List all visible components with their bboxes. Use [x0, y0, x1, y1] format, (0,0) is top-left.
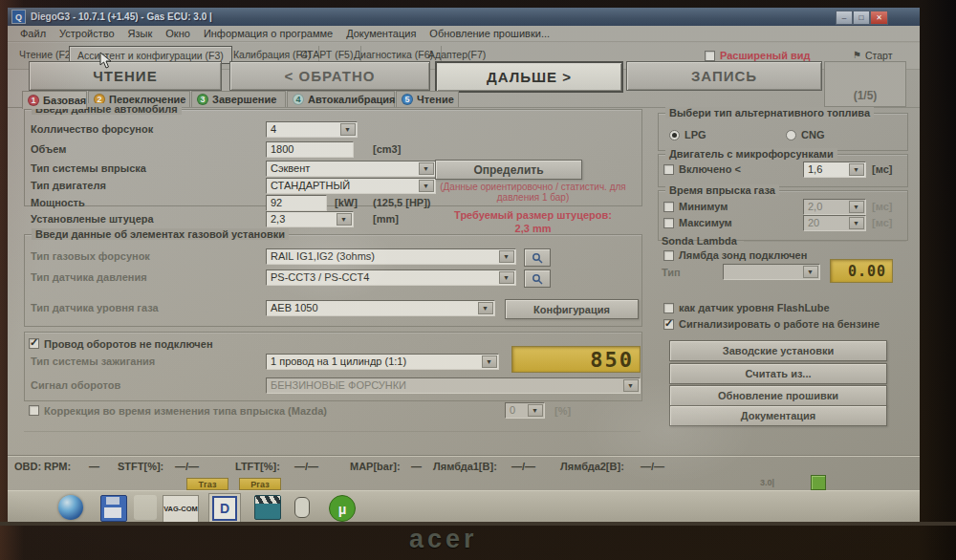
chevron-down-icon[interactable] — [499, 250, 514, 263]
min-time-dropdown[interactable]: 2,0 — [803, 199, 866, 215]
cng-radio[interactable] — [786, 130, 796, 140]
chevron-down-icon[interactable] — [849, 201, 864, 213]
injection-time-group: Время впрыска газа — [658, 190, 908, 241]
injectors-count-dropdown[interactable]: 4 — [266, 121, 358, 138]
step3-badge: 3 — [197, 94, 208, 105]
micro-injectors-group-title: Двигатель с микрофорсунками — [665, 148, 837, 160]
menu-firmware-update[interactable]: Обновление прошивки... — [423, 27, 556, 40]
maximize-button[interactable] — [853, 11, 870, 25]
rpm-signal-dropdown[interactable]: БЕНЗИНОВЫЕ ФОРСУНКИ — [266, 377, 641, 394]
faded-app-icon[interactable] — [134, 495, 157, 520]
petrol-alert-checkbox[interactable] — [663, 319, 674, 330]
step-tab-autocalibration[interactable]: 4 Автокалибрация — [287, 91, 395, 107]
injectors-label: Колличество форсунок — [31, 123, 153, 135]
nozzle-unit: [mm] — [373, 213, 399, 225]
chevron-down-icon[interactable] — [419, 162, 434, 175]
back-button[interactable]: < ОБРАТНО — [229, 61, 430, 91]
step-tab-reading[interactable]: 5 Чтение — [396, 91, 459, 107]
cng-label: CNG — [801, 129, 824, 140]
injection-system-dropdown[interactable]: Сэквент — [266, 161, 436, 177]
step3-label: Завершение — [212, 94, 276, 105]
injector-search-button[interactable] — [524, 248, 551, 267]
max-time-checkbox[interactable] — [663, 218, 674, 228]
step5-badge: 5 — [402, 94, 413, 105]
next-button[interactable]: ДАЛЬШЕ > — [435, 61, 623, 93]
factory-settings-button[interactable]: Заводские установки — [669, 340, 887, 361]
pressure-sensor-search-button[interactable] — [524, 269, 551, 288]
window-title: DiegoG3 - 10.7.1 (+1.45) - Gas ECU: 3.0 … — [31, 11, 212, 22]
chevron-down-icon[interactable] — [478, 302, 493, 314]
chevron-down-icon[interactable] — [337, 213, 352, 226]
magnifier-icon — [532, 252, 543, 264]
volume-unit: [cm3] — [373, 143, 401, 155]
laptop-photo: Q DiegoG3 - 10.7.1 (+1.45) - Gas ECU: 3.… — [0, 0, 956, 560]
lpg-radio[interactable] — [669, 130, 680, 140]
write-button[interactable]: ЗАПИСЬ — [626, 61, 822, 91]
read-button[interactable]: ЧТЕНИЕ — [29, 61, 222, 91]
firmware-version: 3.0| — [760, 478, 774, 487]
micro-threshold-dropdown[interactable]: 1,6 — [803, 162, 866, 178]
micro-enabled-checkbox[interactable] — [663, 164, 674, 175]
configuration-button[interactable]: Конфигурация — [505, 299, 639, 319]
menu-about[interactable]: Информация о программе — [197, 27, 339, 40]
mazda-correction-dropdown[interactable]: 0 — [505, 402, 545, 419]
chevron-down-icon[interactable] — [340, 123, 356, 136]
lambda-connected-checkbox[interactable] — [663, 250, 674, 261]
documentation-button[interactable]: Документация — [669, 405, 887, 426]
tab-adapter-f7[interactable]: Адаптер(F7) — [421, 46, 493, 62]
gas-level-sensor-dropdown[interactable]: AEB 1050 — [266, 300, 495, 316]
menu-docs[interactable]: Документация — [339, 27, 423, 40]
obd-ltft-value: —/— — [294, 461, 318, 472]
ignition-system-dropdown[interactable]: 1 провод на 1 цилиндр (1:1) — [266, 354, 499, 370]
volume-input[interactable]: 1800 — [266, 141, 354, 158]
media-player-icon[interactable] — [254, 495, 281, 520]
flashlube-checkbox[interactable] — [663, 303, 674, 313]
utorrent-icon[interactable]: µ — [329, 495, 356, 522]
rpm-wire-checkbox[interactable] — [29, 338, 39, 349]
connection-status-icon — [811, 475, 826, 490]
chevron-down-icon[interactable] — [482, 355, 497, 368]
chevron-down-icon[interactable] — [803, 266, 818, 278]
fuel-type-group-title: Выбери тип альтернативного топлива — [665, 107, 874, 118]
lambda-type-dropdown[interactable] — [723, 264, 820, 280]
gas-injector-type-dropdown[interactable]: RAIL IG1,IG2 (3ohms) — [266, 248, 516, 265]
menu-language[interactable]: Язык — [121, 27, 160, 40]
step4-label: Автокалибрация — [308, 94, 395, 105]
firmware-update-button[interactable]: Обновление прошивки — [669, 385, 887, 406]
step-tab-basic[interactable]: 1 Базовая — [22, 91, 87, 109]
power-input[interactable]: 92 — [266, 195, 327, 211]
mazda-correction-checkbox[interactable] — [29, 405, 39, 416]
start-button[interactable]: Старт — [865, 50, 893, 61]
read-from-button[interactable]: Считать из... — [669, 363, 887, 384]
nozzle-size-dropdown[interactable]: 2,3 — [266, 211, 354, 227]
menu-device[interactable]: Устройство — [53, 27, 121, 40]
chevron-down-icon[interactable] — [528, 404, 543, 417]
chevron-down-icon[interactable] — [849, 217, 864, 229]
close-button[interactable] — [870, 11, 888, 25]
diego-app-icon[interactable]: D — [208, 493, 241, 522]
pressure-sensor-dropdown[interactable]: PS-CCT3 / PS-CCT4 — [266, 269, 516, 286]
engine-type-dropdown[interactable]: СТАНДАРТНЫЙ — [266, 178, 436, 194]
min-time-checkbox[interactable] — [663, 202, 674, 212]
step5-label: Чтение — [417, 94, 454, 105]
rpm-lcd-display: 850 — [511, 346, 641, 373]
max-time-dropdown[interactable]: 20 — [803, 215, 866, 231]
save-floppy-icon[interactable] — [100, 495, 127, 522]
mouse-settings-icon[interactable] — [294, 497, 310, 518]
chevron-down-icon[interactable] — [623, 379, 639, 392]
menu-window[interactable]: Окно — [159, 27, 197, 40]
step-tab-finish[interactable]: 3 Завершение — [191, 91, 286, 107]
start-flag-icon: ⚑ — [853, 50, 861, 60]
vagcom-icon[interactable]: VAG-COM — [163, 495, 199, 522]
obd-rpm-value: — — [89, 461, 99, 472]
engine-type-label: Тип двигателя — [31, 180, 106, 191]
minimize-button[interactable] — [836, 11, 853, 25]
start-orb-icon[interactable] — [58, 495, 83, 520]
determine-button[interactable]: Определить — [435, 160, 582, 180]
extended-view-checkbox[interactable] — [705, 51, 715, 61]
gas-temp-indicator: Тгаз — [186, 478, 228, 490]
chevron-down-icon[interactable] — [499, 271, 514, 284]
obd-stft-label: STFT[%]: — [118, 461, 163, 472]
chevron-down-icon[interactable] — [849, 163, 864, 176]
menu-file[interactable]: Файл — [13, 27, 53, 40]
